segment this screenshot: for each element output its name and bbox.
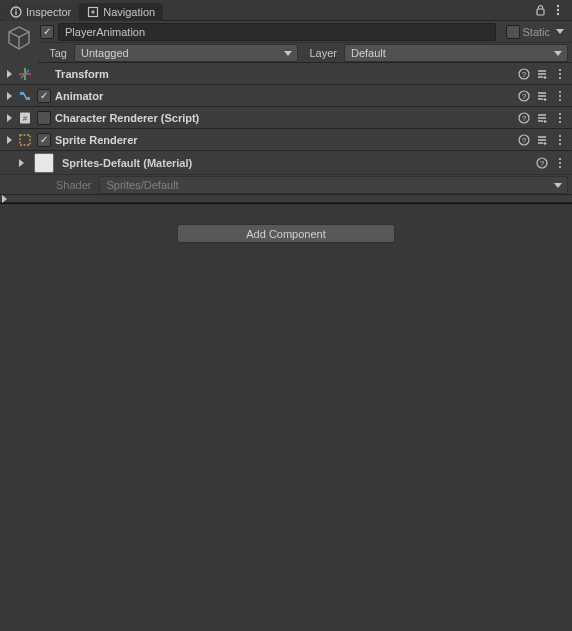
- svg-text:?: ?: [522, 70, 527, 79]
- svg-rect-4: [537, 9, 544, 15]
- help-button[interactable]: ?: [516, 132, 532, 148]
- chevron-right-icon: [7, 136, 12, 144]
- svg-rect-14: [26, 97, 30, 100]
- svg-text:?: ?: [540, 159, 545, 168]
- empty-area: Add Component: [0, 204, 572, 609]
- material-name: Sprites-Default (Material): [62, 157, 526, 169]
- svg-text:#: #: [23, 114, 28, 123]
- layer-value: Default: [351, 47, 386, 59]
- gameobject-name-field[interactable]: PlayerAnimation: [58, 23, 496, 41]
- svg-rect-2: [15, 8, 16, 9]
- svg-point-25: [559, 116, 561, 118]
- context-menu-button[interactable]: [552, 66, 568, 82]
- svg-point-11: [559, 72, 561, 74]
- gameobject-name-text: PlayerAnimation: [65, 26, 145, 38]
- svg-point-36: [559, 161, 561, 163]
- component-header[interactable]: # Character Renderer (Script) ?: [0, 107, 572, 129]
- tag-label: Tag: [42, 47, 70, 59]
- context-menu-button[interactable]: [550, 2, 566, 18]
- component-enable-checkbox[interactable]: [37, 89, 51, 103]
- tab-label: Navigation: [103, 6, 155, 18]
- svg-point-10: [559, 68, 561, 70]
- svg-rect-27: [20, 135, 30, 145]
- component-header[interactable]: Transform ?: [0, 63, 572, 85]
- preview-foldout[interactable]: [0, 195, 572, 203]
- preset-button[interactable]: [534, 110, 550, 126]
- add-component-label: Add Component: [246, 228, 326, 240]
- layer-dropdown[interactable]: Default: [344, 44, 568, 62]
- svg-point-6: [557, 9, 559, 11]
- tag-dropdown[interactable]: Untagged: [74, 44, 298, 62]
- component-header[interactable]: Sprite Renderer ?: [0, 129, 572, 151]
- svg-point-31: [559, 138, 561, 140]
- foldout-toggle[interactable]: [4, 70, 14, 78]
- svg-point-12: [559, 76, 561, 78]
- chevron-right-icon: [2, 195, 7, 203]
- preset-button[interactable]: [534, 66, 550, 82]
- script-icon: #: [17, 110, 33, 126]
- component-title: Animator: [55, 90, 513, 102]
- component-enable-checkbox[interactable]: [37, 111, 51, 125]
- svg-rect-13: [20, 92, 24, 95]
- svg-point-19: [559, 98, 561, 100]
- svg-point-24: [559, 112, 561, 114]
- transform-icon: [17, 66, 33, 82]
- shader-label: Shader: [56, 179, 91, 191]
- component-title: Character Renderer (Script): [55, 112, 513, 124]
- info-icon: [10, 6, 22, 18]
- foldout-toggle[interactable]: [4, 136, 14, 144]
- svg-point-32: [559, 142, 561, 144]
- svg-point-30: [559, 134, 561, 136]
- material-header[interactable]: Sprites-Default (Material) ?: [0, 151, 572, 175]
- svg-point-26: [559, 120, 561, 122]
- component-title: Transform: [55, 68, 513, 80]
- foldout-toggle[interactable]: [4, 92, 14, 100]
- chevron-right-icon: [7, 70, 12, 78]
- context-menu-button[interactable]: [552, 110, 568, 126]
- sprite-icon: [17, 132, 33, 148]
- svg-point-17: [559, 90, 561, 92]
- chevron-right-icon: [7, 92, 12, 100]
- svg-point-37: [559, 165, 561, 167]
- chevron-right-icon: [7, 114, 12, 122]
- help-button[interactable]: ?: [516, 66, 532, 82]
- help-button[interactable]: ?: [516, 110, 532, 126]
- shader-value: Sprites/Default: [106, 179, 178, 191]
- context-menu-button[interactable]: [552, 155, 568, 171]
- animator-icon: [17, 88, 33, 104]
- tab-inspector[interactable]: Inspector: [2, 3, 79, 21]
- component-header[interactable]: Animator ?: [0, 85, 572, 107]
- svg-text:?: ?: [522, 114, 527, 123]
- svg-point-35: [559, 157, 561, 159]
- svg-point-5: [557, 5, 559, 7]
- svg-rect-1: [15, 11, 16, 15]
- gameobject-icon[interactable]: [0, 21, 38, 61]
- svg-point-7: [557, 13, 559, 15]
- preset-button[interactable]: [534, 88, 550, 104]
- static-dropdown-button[interactable]: [552, 24, 568, 40]
- help-button[interactable]: ?: [516, 88, 532, 104]
- tab-bar: Inspector Navigation: [0, 0, 572, 21]
- tag-value: Untagged: [81, 47, 129, 59]
- component-title: Sprite Renderer: [55, 134, 513, 146]
- context-menu-button[interactable]: [552, 132, 568, 148]
- foldout-toggle[interactable]: [16, 159, 26, 167]
- shader-row: Shader Sprites/Default: [0, 175, 572, 195]
- component-enable-checkbox[interactable]: [37, 133, 51, 147]
- shader-dropdown[interactable]: Sprites/Default: [99, 176, 568, 194]
- svg-text:?: ?: [522, 92, 527, 101]
- foldout-toggle[interactable]: [4, 114, 14, 122]
- context-menu-button[interactable]: [552, 88, 568, 104]
- tab-navigation[interactable]: Navigation: [79, 3, 163, 21]
- svg-point-18: [559, 94, 561, 96]
- active-checkbox[interactable]: [40, 25, 54, 39]
- help-button[interactable]: ?: [534, 155, 550, 171]
- add-component-button[interactable]: Add Component: [177, 224, 395, 243]
- layer-label: Layer: [302, 47, 340, 59]
- static-checkbox[interactable]: [506, 25, 520, 39]
- svg-text:?: ?: [522, 136, 527, 145]
- preset-button[interactable]: [534, 132, 550, 148]
- static-label: Static: [522, 26, 550, 38]
- material-thumbnail: [34, 153, 54, 173]
- lock-button[interactable]: [532, 2, 548, 18]
